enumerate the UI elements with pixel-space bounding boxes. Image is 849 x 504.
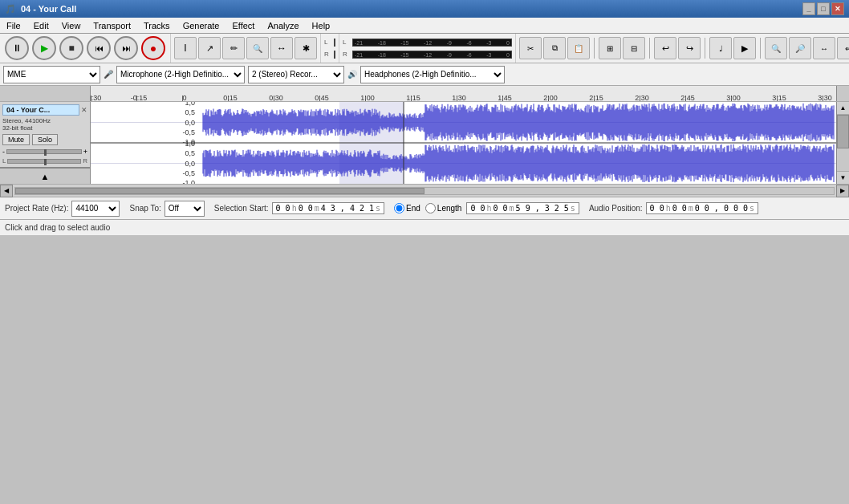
- draw-tool[interactable]: ✏: [222, 37, 245, 59]
- meter-r-scale: -57-54-51-48-45-42-3-21-18-15-12-9-6-30: [335, 51, 335, 59]
- menu-effect[interactable]: Effect: [226, 18, 262, 33]
- zoom-in-button[interactable]: 🔍: [765, 37, 787, 59]
- pan-row: L R: [2, 157, 87, 165]
- trim-button[interactable]: ✂: [519, 37, 542, 59]
- menu-generate[interactable]: Generate: [177, 18, 226, 33]
- pan-thumb[interactable]: [44, 159, 47, 165]
- project-rate-select[interactable]: 44100: [71, 201, 120, 217]
- track-collapse-button[interactable]: ▲: [0, 168, 90, 184]
- menu-analyze[interactable]: Analyze: [261, 18, 305, 33]
- zoom-sel2-button[interactable]: ⇔: [837, 37, 849, 59]
- track-close-button[interactable]: ✕: [81, 106, 87, 114]
- copy-button[interactable]: ⧉: [543, 37, 566, 59]
- track-name[interactable]: 04 - Your C...: [2, 104, 79, 116]
- playback-meter-r-bar: -21-18-15-12-9-6-30: [352, 51, 512, 59]
- zoom-sel-button[interactable]: ⊟: [623, 37, 645, 59]
- zoom-out-button[interactable]: 🔎: [789, 37, 811, 59]
- playback-meter-r-row: R -21-18-15-12-9-6-30: [343, 49, 512, 60]
- track-info-bitdepth: 32-bit float: [2, 124, 87, 132]
- end-radio[interactable]: [394, 203, 404, 213]
- pan-slider[interactable]: [7, 159, 81, 164]
- scroll-thumb-v[interactable]: [837, 115, 849, 148]
- skip-end-button[interactable]: ⏭: [114, 36, 138, 60]
- menubar: File Edit View Transport Tracks Generate…: [0, 18, 849, 34]
- skip-start-button[interactable]: ⏮: [87, 36, 111, 60]
- output-device-select[interactable]: Headphones (2-High Definitio...: [360, 66, 505, 83]
- selection-tool[interactable]: I: [174, 37, 197, 59]
- stop-button[interactable]: ■: [59, 36, 83, 60]
- speaker-icon: 🔊: [347, 70, 357, 79]
- record-button[interactable]: ●: [141, 36, 165, 60]
- waveform-canvas[interactable]: [91, 102, 836, 184]
- scroll-track-h[interactable]: [14, 187, 835, 195]
- mute-button[interactable]: Mute: [2, 134, 30, 145]
- paste-button[interactable]: 📋: [567, 37, 590, 59]
- meter-l-bar: Click to Start Monitoring -57-54-51-48-4…: [334, 39, 335, 47]
- zoom-in-tool[interactable]: 🔍: [246, 37, 269, 59]
- timeshift-tool[interactable]: ↔: [270, 37, 293, 59]
- waveform-canvas-container[interactable]: [91, 102, 836, 184]
- gain-plus-icon[interactable]: +: [83, 148, 87, 156]
- play-button[interactable]: ▶: [32, 36, 56, 60]
- loop-button[interactable]: ▶: [733, 37, 756, 59]
- titlebar: 🎵 04 - Your Call _ □ ✕: [0, 0, 849, 18]
- redo-button[interactable]: ↪: [678, 37, 701, 59]
- extra-toolbar: ✂ ⧉ 📋 ⊞ ⊟ ↩ ↪ ♩ ▶ 🔍 🔎 ↔ ⇔ ▶ 🔇 +: [515, 34, 849, 63]
- envelope-tool[interactable]: ↗: [198, 37, 221, 59]
- mic-icon: 🎤: [104, 70, 113, 79]
- zoom-fit-button[interactable]: ⊞: [599, 37, 621, 59]
- scroll-down-button[interactable]: ▼: [837, 171, 849, 184]
- toolbar-separator-1: [594, 38, 595, 59]
- maximize-button[interactable]: □: [817, 2, 830, 15]
- toolbar-separator-2: [649, 38, 650, 59]
- gain-minus-icon[interactable]: -: [2, 148, 5, 156]
- menu-transport[interactable]: Transport: [87, 18, 137, 33]
- gain-row: - +: [2, 148, 87, 156]
- menu-file[interactable]: File: [0, 18, 27, 33]
- end-radio-label[interactable]: End: [394, 203, 420, 213]
- length-radio[interactable]: [425, 203, 436, 213]
- selection-start-value[interactable]: 0 0 h 0 0 m 4 3 , 4 2 1 s: [272, 202, 384, 214]
- snap-to-label: Snap To:: [129, 204, 160, 213]
- gain-thumb[interactable]: [44, 149, 47, 156]
- selection-end-value[interactable]: 0 0 h 0 0 m 5 9 , 3 2 5 s: [466, 202, 579, 214]
- playback-l-label: L: [343, 39, 351, 46]
- api-select[interactable]: MME Windows DirectSound Windows WASAPI: [3, 66, 100, 83]
- zoom-reset-button[interactable]: ↔: [813, 37, 835, 59]
- scroll-thumb-h[interactable]: [15, 188, 424, 194]
- window-title: 04 - Your Call: [21, 4, 76, 14]
- menu-tracks[interactable]: Tracks: [137, 18, 177, 33]
- input-device-select[interactable]: Microphone (2-High Definitio...: [116, 66, 245, 83]
- meter-l-scale: -57-54-51-48-45-42-3-21-18-15-12-9-6-30: [335, 39, 335, 47]
- menu-help[interactable]: Help: [306, 18, 337, 33]
- scroll-track-v[interactable]: [837, 115, 849, 171]
- length-radio-label[interactable]: Length: [425, 203, 462, 213]
- undo-button[interactable]: ↩: [654, 37, 676, 59]
- menu-view[interactable]: View: [55, 18, 87, 33]
- close-button[interactable]: ✕: [831, 2, 844, 15]
- scroll-left-button[interactable]: ◀: [0, 185, 13, 197]
- multi-tool[interactable]: ✱: [295, 37, 317, 59]
- vu-meter-section: L Click to Start Monitoring -57-54-51-48…: [321, 34, 339, 63]
- main-waveform-area: 04 - Your C... ✕ Stereo, 44100Hz 32-bit …: [0, 102, 849, 184]
- pan-r-label: R: [83, 157, 87, 165]
- pause-button[interactable]: ⏸: [5, 36, 29, 60]
- click-monitor-button[interactable]: Click to Start Monitoring: [334, 39, 335, 47]
- minimize-button[interactable]: _: [802, 2, 815, 15]
- scroll-up-button[interactable]: ▲: [837, 102, 849, 115]
- scroll-right-button[interactable]: ▶: [836, 185, 849, 197]
- status-text: Click and drag to select audio: [5, 223, 110, 232]
- solo-button[interactable]: Solo: [32, 134, 58, 145]
- tools-toolbar: I ↗ ✏ 🔍 ↔ ✱: [171, 34, 321, 63]
- gain-slider[interactable]: [6, 149, 82, 154]
- project-rate-group: Project Rate (Hz): 44100: [5, 201, 120, 217]
- waveform-section: 04 - Your C... ✕ Stereo, 44100Hz 32-bit …: [0, 86, 849, 184]
- metronome-button[interactable]: ♩: [709, 37, 732, 59]
- input-channels-select[interactable]: 2 (Stereo) Recor...: [248, 66, 344, 83]
- audio-pos-value[interactable]: 0 0 h 0 0 m 0 0 , 0 0 0 s: [646, 202, 758, 214]
- titlebar-controls: _ □ ✕: [802, 2, 844, 15]
- snap-to-select[interactable]: Off: [165, 201, 205, 217]
- meter-r-row: R -57-54-51-48-45-42-3-21-18-15-12-9-6-3…: [324, 49, 335, 60]
- pan-l-label: L: [2, 157, 6, 165]
- menu-edit[interactable]: Edit: [27, 18, 55, 33]
